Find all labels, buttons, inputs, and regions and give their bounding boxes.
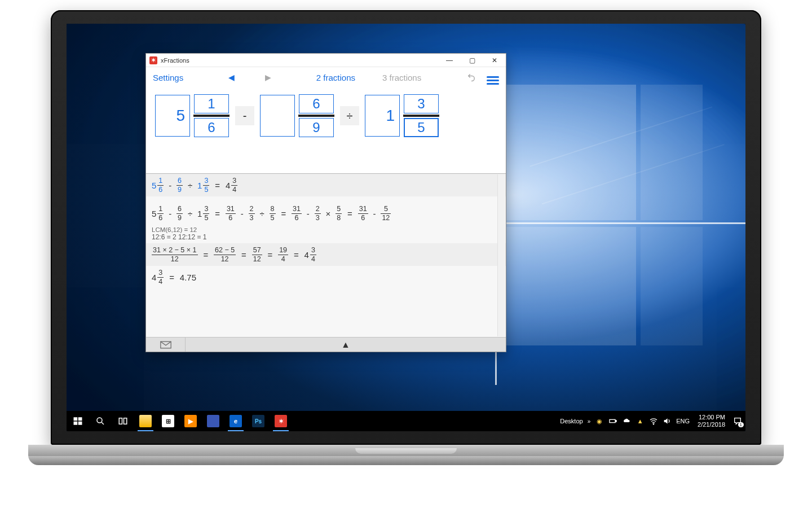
tray-app-icon[interactable]: ◉ xyxy=(595,417,604,426)
scrollbar[interactable] xyxy=(497,174,505,336)
action-center-icon[interactable]: 1 xyxy=(733,417,742,426)
f3-whole-input[interactable]: 1 xyxy=(365,95,400,137)
xfractions-taskbar[interactable]: ✶ xyxy=(270,411,292,431)
laptop-base xyxy=(28,445,784,465)
prev-button[interactable]: ◀ xyxy=(228,73,235,82)
app4-taskbar[interactable] xyxy=(202,411,224,431)
task-view-button[interactable] xyxy=(112,411,134,431)
share-button[interactable] xyxy=(146,338,186,352)
mode-3-fractions[interactable]: 3 fractions xyxy=(382,73,421,82)
desktop-wallpaper[interactable]: ✶ xFractions — ▢ ✕ Settings ◀ ▶ 2 fracti… xyxy=(67,24,745,431)
f3-numerator-input[interactable]: 3 xyxy=(404,94,439,113)
f1-whole-input[interactable]: 5 xyxy=(155,95,190,137)
start-button[interactable] xyxy=(67,411,89,431)
solution-row-expand: 516 - 69 ÷ 135 = 316 - 23 ÷ 85 = 316 - xyxy=(146,202,506,225)
menu-button[interactable] xyxy=(487,70,499,85)
battery-icon[interactable] xyxy=(608,417,617,426)
clock-time: 12:00 PM xyxy=(698,414,725,421)
store-icon: ⊞ xyxy=(162,415,174,427)
file-explorer-taskbar[interactable] xyxy=(134,411,157,431)
close-button[interactable]: ✕ xyxy=(483,54,506,67)
f3-denominator-input[interactable]: 5 xyxy=(404,118,439,137)
tray-overflow-icon[interactable]: ▲ xyxy=(636,417,645,426)
minimize-button[interactable]: — xyxy=(438,54,461,67)
operator-2[interactable]: ÷ xyxy=(340,106,359,125)
desktop-toolbar-label[interactable]: Desktop xyxy=(560,418,582,424)
app-icon xyxy=(207,415,219,427)
triangle-up-icon: ▲ xyxy=(341,340,350,350)
settings-button[interactable]: Settings xyxy=(153,73,183,82)
solution-row-summary: 516 - 69 ÷ 135 = 434 xyxy=(146,174,506,196)
svg-rect-1 xyxy=(74,417,78,421)
notif-badge: 1 xyxy=(738,422,744,427)
xfractions-window[interactable]: ✶ xFractions — ▢ ✕ Settings ◀ ▶ 2 fracti… xyxy=(145,53,506,352)
app-toolbar: Settings ◀ ▶ 2 fractions 3 fractions xyxy=(146,67,506,87)
fraction-2: 6 9 xyxy=(260,94,334,137)
fraction-bar xyxy=(193,115,230,117)
clock[interactable]: 12:00 PM 2/21/2018 xyxy=(694,414,729,428)
photoshop-icon: Ps xyxy=(252,415,264,427)
svg-rect-6 xyxy=(119,418,122,424)
search-button[interactable] xyxy=(89,411,112,431)
svg-rect-4 xyxy=(78,422,82,425)
operator-1[interactable]: - xyxy=(235,106,254,125)
solution-row-combine: 31 × 2 − 5 × 112 = 62 − 512 = 5712 = 194… xyxy=(146,243,506,266)
solution-panel[interactable]: 516 - 69 ÷ 135 = 434 516 - 69 ÷ 1 xyxy=(146,173,506,337)
svg-rect-2 xyxy=(78,417,82,421)
f2-whole-input[interactable] xyxy=(260,95,295,137)
media-player-icon: ▶ xyxy=(184,415,197,427)
lcm-detail: 12:6 = 2 12:12 = 1 xyxy=(146,233,506,243)
svg-rect-8 xyxy=(610,419,615,422)
chevron-icon[interactable]: » xyxy=(588,418,591,424)
language-indicator[interactable]: ENG xyxy=(676,418,690,424)
titlebar[interactable]: ✶ xFractions — ▢ ✕ xyxy=(146,54,506,67)
file-explorer-icon xyxy=(139,415,152,427)
windows-logo-icon xyxy=(73,416,83,426)
svg-point-10 xyxy=(654,424,654,424)
wifi-icon[interactable] xyxy=(649,417,658,426)
app-icon: ✶ xyxy=(149,56,157,64)
f2-denominator-input[interactable]: 9 xyxy=(299,118,334,137)
laptop-frame: ✶ xFractions — ▢ ✕ Settings ◀ ▶ 2 fracti… xyxy=(28,10,784,484)
f1-numerator-input[interactable]: 1 xyxy=(194,94,229,113)
envelope-icon xyxy=(160,341,171,349)
fraction-bar xyxy=(403,115,439,117)
fraction-3: 1 3 5 xyxy=(365,94,439,137)
mode-2-fractions[interactable]: 2 fractions xyxy=(316,73,355,82)
edge-taskbar[interactable]: e xyxy=(224,411,247,431)
search-icon xyxy=(95,416,105,426)
f1-denominator-input[interactable]: 6 xyxy=(194,118,229,137)
svg-point-5 xyxy=(97,418,102,423)
edge-icon: e xyxy=(230,415,242,427)
undo-button[interactable] xyxy=(466,72,476,84)
onedrive-icon[interactable] xyxy=(622,417,631,426)
next-button[interactable]: ▶ xyxy=(265,73,271,82)
taskbar[interactable]: ⊞ ▶ e Ps ✶ xyxy=(67,411,745,431)
xfractions-icon: ✶ xyxy=(275,415,287,427)
spacer xyxy=(146,141,506,173)
lcm-label: LCM(6,12) = 12 xyxy=(146,225,506,233)
svg-rect-9 xyxy=(616,421,616,422)
clock-date: 2/21/2018 xyxy=(698,421,725,428)
svg-rect-3 xyxy=(74,422,78,425)
solution-row-decimal: 434 = 4.75 xyxy=(146,266,506,288)
app-bottombar: ▲ xyxy=(146,337,506,352)
fraction-bar xyxy=(298,115,334,117)
store-taskbar[interactable]: ⊞ xyxy=(157,411,179,431)
decimal-result: 4.75 xyxy=(180,273,196,282)
media-player-taskbar[interactable]: ▶ xyxy=(179,411,202,431)
maximize-button[interactable]: ▢ xyxy=(461,54,483,67)
collapse-button[interactable]: ▲ xyxy=(186,340,506,350)
volume-icon[interactable] xyxy=(663,417,672,426)
photoshop-taskbar[interactable]: Ps xyxy=(247,411,270,431)
f2-numerator-input[interactable]: 6 xyxy=(299,94,334,113)
task-view-icon xyxy=(118,416,128,426)
svg-rect-7 xyxy=(124,418,127,424)
screen: ✶ xFractions — ▢ ✕ Settings ◀ ▶ 2 fracti… xyxy=(67,24,745,431)
window-title: xFractions xyxy=(161,57,189,64)
fraction-input-row: 5 1 6 - 6 9 xyxy=(146,87,506,141)
hamburger-icon xyxy=(487,76,499,85)
fraction-1: 5 1 6 xyxy=(155,94,230,137)
